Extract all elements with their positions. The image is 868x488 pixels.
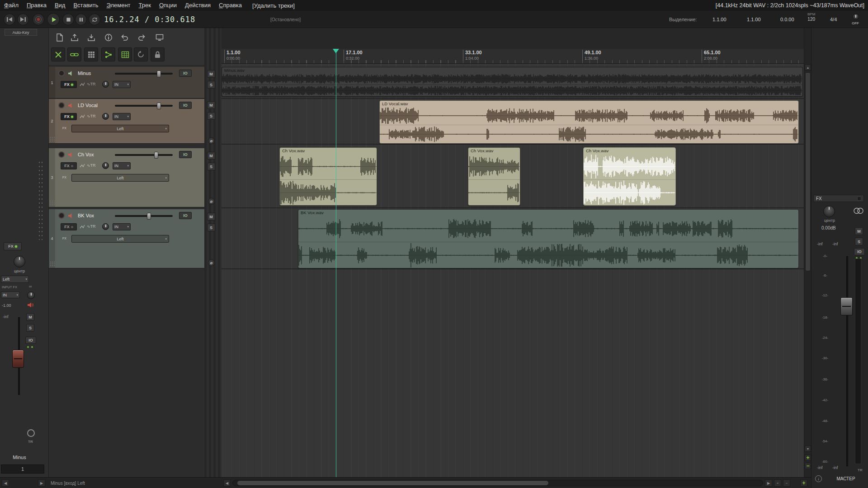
track-panel-ld-vocal[interactable]: 2 LD Vocal IO FX ∿TR IN▾ FX Left▾ bbox=[49, 99, 204, 144]
master-solo-button[interactable]: S bbox=[855, 238, 863, 245]
track-panel-minus[interactable]: 1 Minus IO FX ∿TR IN▾ bbox=[49, 67, 204, 99]
io-button[interactable]: IO bbox=[179, 151, 192, 158]
track-grip-handle[interactable] bbox=[50, 136, 56, 142]
vertical-zoom-in-button[interactable]: + bbox=[805, 455, 811, 461]
media-item-ld-vocal[interactable]: LD Vocal.wav bbox=[379, 100, 799, 144]
repeat-button[interactable] bbox=[89, 14, 100, 25]
scroll-up-button[interactable]: ▲ bbox=[805, 64, 811, 70]
phase-button-track2[interactable]: ø bbox=[208, 137, 215, 144]
solo-button-track4[interactable]: S bbox=[207, 224, 215, 231]
master-io-button[interactable]: IO bbox=[854, 248, 865, 255]
vertical-scrollbar[interactable]: ▲ ▼ + − bbox=[804, 28, 811, 477]
horizontal-zoom-out-button[interactable]: − bbox=[783, 479, 790, 487]
envelope-icon[interactable] bbox=[80, 114, 85, 119]
track-name[interactable]: LD Vocal bbox=[78, 103, 98, 108]
master-mute-button[interactable]: M bbox=[855, 227, 863, 235]
speaker-icon[interactable] bbox=[68, 70, 74, 76]
save-project-button[interactable] bbox=[84, 30, 98, 44]
volume-slider-handle[interactable] bbox=[157, 103, 161, 109]
solo-button-track3[interactable]: S bbox=[207, 163, 215, 170]
info-icon[interactable]: i bbox=[815, 475, 822, 482]
docker-grip[interactable] bbox=[38, 160, 44, 240]
mute-speaker-icon[interactable] bbox=[27, 302, 34, 308]
mute-button[interactable]: M bbox=[26, 313, 34, 321]
input-button[interactable]: IN▾ bbox=[113, 81, 131, 88]
arrange-view[interactable]: 1.1.000:00.00 17.1.000:32.00 33.1.001:04… bbox=[222, 28, 804, 477]
stop-button[interactable] bbox=[62, 14, 74, 25]
phase-button-track3[interactable]: ø bbox=[208, 198, 215, 205]
io-button[interactable]: IO bbox=[179, 102, 192, 109]
volume-slider-handle[interactable] bbox=[154, 152, 158, 159]
channel-route-dropdown[interactable]: Left▾ bbox=[71, 235, 169, 243]
project-settings-button[interactable] bbox=[101, 30, 115, 44]
input-button[interactable]: IN▾ bbox=[113, 113, 131, 120]
open-project-button[interactable] bbox=[67, 30, 81, 44]
record-mode-icon[interactable] bbox=[27, 429, 35, 437]
horizontal-scrollbar[interactable] bbox=[232, 480, 763, 486]
master-tr-label[interactable]: TR bbox=[858, 468, 863, 472]
track-grip-handle[interactable] bbox=[50, 200, 56, 206]
record-arm-button[interactable] bbox=[58, 102, 65, 108]
record-arm-button[interactable] bbox=[58, 151, 65, 158]
bpm-display[interactable]: BPM 120 bbox=[807, 13, 815, 22]
speaker-icon[interactable] bbox=[68, 103, 74, 108]
vertical-scroll-thumb[interactable] bbox=[805, 72, 811, 271]
stereo-mono-icon[interactable] bbox=[853, 207, 864, 214]
menu-track[interactable]: Трек bbox=[135, 0, 155, 11]
speaker-icon[interactable] bbox=[68, 152, 74, 158]
mute-button-track3[interactable]: M bbox=[207, 152, 215, 160]
undo-button[interactable] bbox=[118, 30, 132, 44]
selection-length-value[interactable]: 0.0.00 bbox=[780, 17, 794, 22]
mute-button-track4[interactable]: M bbox=[207, 213, 215, 221]
solo-button-track2[interactable]: S bbox=[207, 112, 215, 120]
record-monitor-knob[interactable] bbox=[102, 81, 109, 88]
track-name[interactable]: Minus bbox=[78, 70, 91, 76]
menu-file[interactable]: Файл bbox=[0, 0, 23, 11]
volume-fader-handle[interactable] bbox=[12, 350, 24, 368]
envelope-icon[interactable] bbox=[80, 164, 85, 168]
time-signature[interactable]: 4/4 bbox=[830, 17, 837, 22]
selected-track-name[interactable]: Minus bbox=[0, 455, 39, 460]
mixer-fx-button[interactable]: FX bbox=[4, 242, 22, 250]
prev-track-button[interactable]: ◀ bbox=[2, 479, 9, 487]
volume-slider[interactable] bbox=[115, 215, 173, 217]
menu-actions[interactable]: Действия bbox=[181, 0, 215, 11]
record-monitor-knob[interactable] bbox=[27, 291, 35, 299]
io-button[interactable]: IO bbox=[179, 212, 192, 219]
redo-button[interactable] bbox=[135, 30, 149, 44]
zoom-add-button[interactable]: + bbox=[800, 479, 807, 487]
mouse-edit-tool-button[interactable] bbox=[51, 47, 65, 61]
menu-view[interactable]: Вид bbox=[51, 0, 70, 11]
playrate-knob[interactable] bbox=[853, 14, 859, 20]
theme-window-button[interactable] bbox=[152, 30, 166, 44]
master-fader-handle[interactable] bbox=[840, 297, 853, 315]
master-pan-knob[interactable] bbox=[823, 206, 835, 217]
tr-automation-label[interactable]: TR bbox=[28, 440, 33, 444]
volume-db-readout[interactable]: -1.00 bbox=[2, 303, 11, 308]
go-end-button[interactable] bbox=[17, 14, 29, 25]
media-item-bk-vox[interactable]: BK Vox.wav bbox=[298, 209, 799, 268]
io-routing-button[interactable]: IO bbox=[25, 337, 36, 344]
solo-button[interactable]: S bbox=[26, 324, 34, 332]
input-dropdown[interactable]: IN ▾ bbox=[1, 291, 20, 298]
trim-mode-button[interactable]: ∿TR bbox=[87, 82, 96, 86]
edit-cursor-marker[interactable] bbox=[333, 49, 339, 53]
master-volume-readout[interactable]: 0.00dB bbox=[821, 225, 836, 230]
master-fader-track[interactable] bbox=[846, 256, 848, 466]
record-monitor-knob[interactable] bbox=[102, 113, 109, 120]
track-name[interactable]: BK Vox bbox=[78, 213, 94, 218]
go-start-button[interactable] bbox=[4, 14, 15, 25]
snap-grid-button[interactable] bbox=[118, 47, 132, 61]
phase-button-track4[interactable]: ø bbox=[208, 259, 215, 266]
media-item-ch-vox-2[interactable]: Ch Vox.wav bbox=[468, 147, 520, 206]
volume-slider[interactable] bbox=[115, 73, 173, 75]
volume-slider-handle[interactable] bbox=[147, 213, 151, 220]
record-arm-button[interactable] bbox=[58, 70, 65, 76]
envelope-icon[interactable] bbox=[80, 82, 85, 87]
lock-button[interactable] bbox=[151, 47, 165, 61]
timeline-ruler[interactable]: 1.1.000:00.00 17.1.000:32.00 33.1.001:04… bbox=[222, 49, 804, 64]
new-project-button[interactable] bbox=[52, 30, 66, 44]
playhead[interactable] bbox=[336, 49, 336, 477]
menu-item-menu[interactable]: Элемент bbox=[103, 0, 135, 11]
ripple-edit-button[interactable] bbox=[67, 47, 81, 61]
